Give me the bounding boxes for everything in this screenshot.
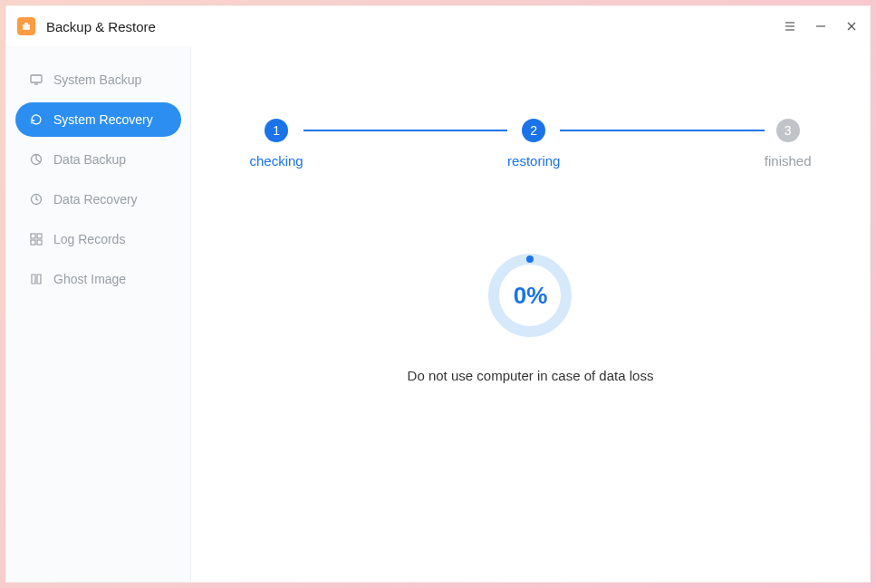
- grid-icon: [28, 231, 44, 247]
- step-connector: [303, 130, 507, 131]
- step-number: 1: [265, 119, 288, 142]
- step-number: 2: [522, 119, 545, 142]
- close-button[interactable]: [844, 19, 859, 34]
- piechart-icon: [28, 151, 44, 168]
- step-label: finished: [765, 153, 812, 169]
- progress-steps: 1 checking 2 restoring 3 finished: [250, 119, 812, 169]
- sidebar-item-data-recovery[interactable]: Data Recovery: [15, 182, 181, 217]
- window-controls: [783, 19, 859, 34]
- sidebar-item-log-records[interactable]: Log Records: [15, 222, 181, 256]
- menu-icon[interactable]: [783, 19, 797, 34]
- progress-ring: 0%: [485, 250, 575, 341]
- app-window: Backup & Restore System Backup: [5, 5, 871, 583]
- step-label: restoring: [507, 153, 560, 169]
- sidebar-item-label: Data Recovery: [53, 192, 138, 207]
- minimize-button[interactable]: [813, 19, 828, 34]
- svg-rect-1: [24, 23, 28, 25]
- clock-icon: [28, 191, 44, 207]
- sidebar-item-label: Log Records: [53, 232, 125, 246]
- book-icon: [28, 271, 44, 287]
- sidebar-item-data-backup[interactable]: Data Backup: [15, 142, 181, 177]
- app-icon: [17, 17, 35, 35]
- sidebar-item-label: System Backup: [53, 72, 141, 87]
- refresh-icon: [28, 111, 44, 128]
- svg-rect-12: [31, 234, 35, 238]
- sidebar-item-label: Data Backup: [53, 152, 126, 167]
- step-finished: 3 finished: [765, 119, 812, 169]
- step-number: 3: [776, 119, 800, 142]
- sidebar-item-ghost-image[interactable]: Ghost Image: [15, 262, 181, 296]
- sidebar: System Backup System Recovery Data Backu…: [6, 46, 191, 582]
- warning-message: Do not use computer in case of data loss: [408, 368, 654, 383]
- step-connector: [560, 130, 764, 131]
- sidebar-item-system-recovery[interactable]: System Recovery: [15, 102, 181, 137]
- app-title: Backup & Restore: [46, 19, 156, 34]
- svg-rect-13: [37, 234, 42, 238]
- step-restoring: 2 restoring: [507, 119, 560, 169]
- main-content: 1 checking 2 restoring 3 finished: [191, 46, 870, 582]
- step-checking: 1 checking: [250, 119, 303, 169]
- sidebar-item-label: System Recovery: [53, 112, 153, 127]
- titlebar: Backup & Restore: [6, 6, 870, 46]
- svg-rect-14: [31, 240, 35, 245]
- app-body: System Backup System Recovery Data Backu…: [6, 46, 870, 582]
- sidebar-item-system-backup[interactable]: System Backup: [15, 63, 181, 97]
- progress-indicator-dot: [526, 255, 534, 263]
- step-label: checking: [250, 153, 303, 169]
- svg-rect-15: [37, 240, 42, 245]
- svg-rect-8: [31, 75, 42, 82]
- monitor-icon: [28, 72, 44, 88]
- sidebar-item-label: Ghost Image: [53, 272, 126, 286]
- progress-area: 0% Do not use computer in case of data l…: [408, 250, 654, 383]
- progress-percentage: 0%: [514, 282, 548, 310]
